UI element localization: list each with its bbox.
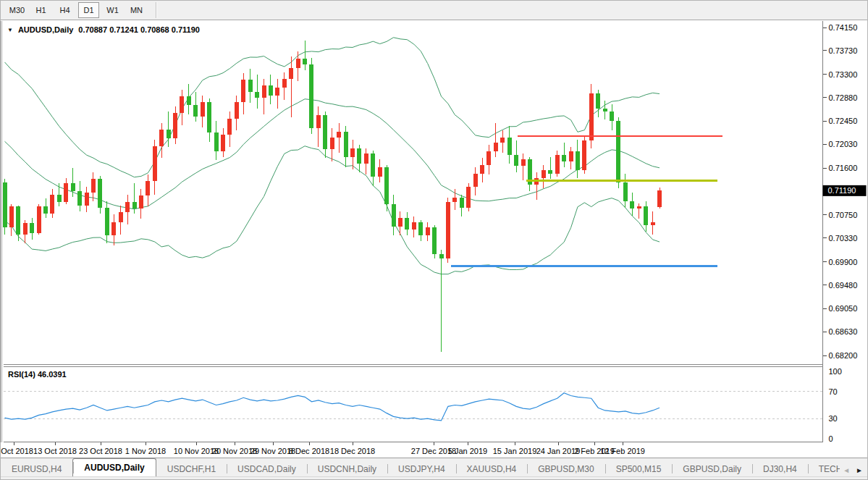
price-axis-label: 0.70330: [829, 234, 858, 243]
rsi-line: [5, 393, 660, 421]
tab-usdchf-h1[interactable]: USDCHF,H1: [156, 461, 227, 476]
tab-gbpusd-m30[interactable]: GBPUSD,M30: [527, 461, 604, 476]
price-axis-label: 0.70750: [829, 211, 858, 219]
chart-symbol-label: AUDUSD,Daily: [18, 25, 73, 34]
chart-area[interactable]: 0.741500.737300.733000.728800.724500.720…: [1, 21, 868, 458]
tab-dj30-h4[interactable]: DJ30,H4: [752, 461, 808, 476]
date-axis-label: 1 Nov 2018: [125, 447, 166, 455]
date-axis-label: 18 Dec 2018: [330, 447, 375, 455]
mt4-window: M30 H1 H4 D1 W1 MN 0.741500.737300.73300…: [0, 0, 868, 480]
timeframe-button-h1[interactable]: H1: [30, 2, 51, 18]
symbol-dropdown-icon[interactable]: ▼: [7, 27, 13, 33]
price-axis-label: 0.69480: [829, 281, 858, 290]
tab-usdcad-daily[interactable]: USDCAD,Daily: [227, 461, 307, 476]
timeframe-button-d1[interactable]: D1: [78, 2, 99, 18]
rsi-axis-label: 100: [829, 367, 842, 376]
status-strip: [1, 476, 868, 480]
date-axis-label: 13 Oct 2018: [33, 447, 77, 455]
tab-eurusd-h4[interactable]: EURUSD,H4: [1, 461, 72, 476]
tab-xauusd-h4[interactable]: XAUUSD,H4: [456, 461, 528, 476]
chart-canvas[interactable]: 0.741500.737300.733000.728800.724500.720…: [1, 21, 868, 458]
price-axis-label: 0.68200: [829, 351, 858, 360]
price-axis-label: 0.74150: [829, 23, 858, 32]
date-axis-label: 4 Oct 2018: [1, 447, 33, 455]
rsi-axis-label: 30: [829, 414, 838, 423]
price-axis-label: 0.73730: [829, 46, 858, 55]
rsi-pane: 10070300: [4, 367, 842, 443]
timeframe-button-mn[interactable]: MN: [126, 2, 147, 18]
bollinger-lower-band: [5, 146, 660, 274]
price-axis-label: 0.72450: [829, 117, 858, 125]
tab-audusd-daily[interactable]: AUDUSD,Daily: [72, 458, 156, 476]
rsi-indicator-label: RSI(14) 46.0391: [8, 370, 67, 379]
toolbar-separator: [156, 2, 156, 18]
chart-title: ▼ AUDUSD,Daily 0.70887 0.71241 0.70868 0…: [7, 25, 200, 34]
tab-usdjpy-h4[interactable]: USDJPY,H4: [387, 461, 455, 476]
candles-layer: [3, 41, 662, 353]
rsi-axis-label: 0: [829, 434, 833, 443]
timeframe-toolbar: M30 H1 H4 D1 W1 MN: [1, 1, 867, 20]
date-axis-label: 23 Oct 2018: [79, 447, 122, 455]
tab-gbpusd-daily[interactable]: GBPUSD,Daily: [672, 461, 752, 476]
date-axis-label: 5 Jan 2019: [448, 447, 487, 455]
price-axis-label: 0.68630: [829, 327, 858, 336]
timeframe-button-w1[interactable]: W1: [102, 2, 123, 18]
rsi-axis-label: 70: [829, 387, 838, 396]
tab-tech100-h1[interactable]: TECH100,H1: [808, 461, 840, 476]
date-axis: 4 Oct 201813 Oct 201823 Oct 20181 Nov 20…: [1, 442, 645, 455]
tab-usdcnh-daily[interactable]: USDCNH,Daily: [307, 461, 387, 476]
timeframe-button-h4[interactable]: H4: [54, 2, 75, 18]
symbol-tabs: EURUSD,H4 AUDUSD,Daily USDCHF,H1 USDCAD,…: [1, 458, 840, 476]
price-axis-label: 0.73300: [829, 70, 858, 79]
tab-sp500-m15[interactable]: SP500,M15: [605, 461, 673, 476]
price-axis-label: 0.72030: [829, 140, 858, 148]
chart-frame: [1, 21, 823, 442]
current-price-label: 0.71190: [828, 186, 856, 195]
current-price-badge: 0.71190: [823, 185, 867, 196]
price-axis-label: 0.69050: [829, 304, 858, 313]
price-axis-label: 0.71600: [829, 164, 858, 172]
price-axis-label: 0.69900: [829, 258, 858, 266]
date-axis-label: 15 Jan 2019: [493, 447, 537, 455]
timeframe-button-m30[interactable]: M30: [7, 2, 28, 18]
price-axis-label: 0.72880: [829, 93, 858, 102]
chart-ohlc-values: 0.70887 0.71241 0.70868 0.71190: [78, 25, 200, 34]
symbol-tabbar: EURUSD,H4 AUDUSD,Daily USDCHF,H1 USDCAD,…: [1, 458, 868, 476]
date-axis-label: 8 Dec 2018: [289, 447, 329, 455]
tab-scroll-controls: ◄ ►: [840, 466, 868, 476]
date-axis-label: 12 Feb 2019: [600, 447, 645, 455]
tab-scroll-left-icon[interactable]: ◄: [843, 466, 850, 474]
tab-scroll-right-icon[interactable]: ►: [856, 466, 863, 474]
